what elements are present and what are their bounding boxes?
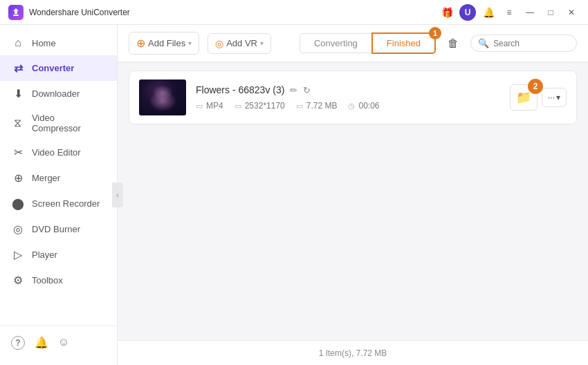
sidebar-item-toolbox[interactable]: ⚙ Toolbox bbox=[0, 268, 117, 293]
dvd-burner-icon: ◎ bbox=[11, 223, 25, 236]
home-icon: ⌂ bbox=[11, 37, 25, 49]
more-icon: ··· bbox=[548, 93, 555, 102]
main-layout: ⌂ Home ⇄ Converter ⬇ Downloader ⧖ Video … bbox=[0, 25, 588, 365]
add-vr-dropdown-icon: ▾ bbox=[260, 39, 264, 47]
file-metadata: ▭ MP4 ▭ 2532*1170 ▭ 7.72 MB ◷ bbox=[196, 101, 500, 111]
sidebar-item-video-editor[interactable]: ✂ Video Editor bbox=[0, 140, 117, 165]
file-list-area: Flowers - 66823v (3) ✏ ↻ ▭ MP4 ▭ 2532*11… bbox=[118, 62, 588, 340]
file-thumbnail-image bbox=[139, 79, 186, 115]
sidebar-item-label: Video Editor bbox=[32, 147, 81, 158]
menu-icon[interactable]: ≡ bbox=[501, 4, 517, 21]
file-duration: ◷ 00:06 bbox=[348, 101, 379, 111]
add-files-icon: ⊕ bbox=[136, 37, 145, 50]
tab-finished[interactable]: Finished bbox=[371, 32, 436, 54]
resolution-icon: ▭ bbox=[235, 102, 241, 111]
sidebar: ⌂ Home ⇄ Converter ⬇ Downloader ⧖ Video … bbox=[0, 25, 118, 365]
folder-btn-wrapper: 📁 2 bbox=[510, 84, 538, 111]
player-icon: ▷ bbox=[11, 248, 25, 261]
sidebar-collapse-button[interactable]: ‹ bbox=[112, 182, 123, 207]
maximize-button[interactable]: □ bbox=[542, 4, 559, 21]
sidebar-item-dvd-burner[interactable]: ◎ DVD Burner bbox=[0, 216, 117, 242]
format-icon: ▭ bbox=[196, 102, 203, 111]
statusbar: 1 Item(s), 7.72 MB bbox=[118, 340, 588, 365]
merger-icon: ⊕ bbox=[11, 171, 25, 185]
file-size-value: 7.72 MB bbox=[306, 101, 338, 111]
file-actions: 📁 2 ··· ▾ bbox=[510, 84, 567, 111]
more-options-button[interactable]: ··· ▾ bbox=[542, 88, 567, 107]
app-logo bbox=[8, 5, 24, 20]
file-info: Flowers - 66823v (3) ✏ ↻ ▭ MP4 ▭ 2532*11… bbox=[196, 84, 500, 111]
sidebar-item-label: Downloader bbox=[32, 88, 80, 99]
file-duration-value: 00:06 bbox=[358, 101, 379, 111]
sidebar-bottom: ? 🔔 ☺ bbox=[0, 326, 117, 359]
sidebar-item-downloader[interactable]: ⬇ Downloader bbox=[0, 81, 117, 106]
close-button[interactable]: ✕ bbox=[563, 4, 580, 21]
gift-icon[interactable]: 🎁 bbox=[439, 4, 455, 21]
toolbar: ⊕ Add Files ▾ ◎ Add VR ▾ Converting Fini… bbox=[118, 25, 588, 62]
add-files-dropdown-icon: ▾ bbox=[188, 39, 192, 47]
titlebar: Wondershare UniConverter 🎁 U 🔔 ≡ — □ ✕ bbox=[0, 0, 588, 25]
finished-tab-wrapper: Finished 1 bbox=[372, 32, 436, 54]
size-icon: ▭ bbox=[296, 102, 303, 111]
sidebar-item-label: Player bbox=[32, 250, 57, 260]
file-name: Flowers - 66823v (3) bbox=[196, 84, 284, 95]
minimize-button[interactable]: — bbox=[522, 4, 538, 21]
clear-button[interactable]: 🗑 bbox=[444, 35, 462, 53]
sidebar-item-label: Video Compressor bbox=[32, 113, 106, 133]
sidebar-item-label: DVD Burner bbox=[32, 224, 80, 234]
add-vr-button[interactable]: ◎ Add VR ▾ bbox=[208, 33, 271, 54]
trash-icon: 🗑 bbox=[448, 37, 459, 50]
sidebar-item-label: Home bbox=[32, 38, 56, 48]
file-resolution-value: 2532*1170 bbox=[245, 101, 285, 111]
status-text: 1 Item(s), 7.72 MB bbox=[319, 348, 387, 358]
sidebar-item-label: Converter bbox=[32, 63, 74, 73]
file-card: Flowers - 66823v (3) ✏ ↻ ▭ MP4 ▭ 2532*11… bbox=[129, 71, 577, 124]
tab-group: Converting Finished 1 bbox=[300, 32, 436, 54]
tab-converting[interactable]: Converting bbox=[300, 33, 372, 53]
folder-badge: 2 bbox=[528, 79, 543, 94]
file-name-row: Flowers - 66823v (3) ✏ ↻ bbox=[196, 84, 500, 95]
notification-icon[interactable]: 🔔 bbox=[480, 4, 497, 21]
more-dropdown-icon: ▾ bbox=[556, 93, 560, 102]
downloader-icon: ⬇ bbox=[11, 87, 25, 100]
sidebar-item-label: Screen Recorder bbox=[32, 198, 100, 209]
file-format-value: MP4 bbox=[206, 101, 223, 111]
duration-icon: ◷ bbox=[348, 102, 355, 111]
file-thumbnail bbox=[139, 79, 186, 115]
add-vr-icon: ◎ bbox=[215, 38, 223, 49]
sidebar-item-screen-recorder[interactable]: ⬤ Screen Recorder bbox=[0, 191, 117, 216]
svg-rect-0 bbox=[13, 15, 19, 16]
notification-bell-icon[interactable]: 🔔 bbox=[35, 336, 48, 350]
feedback-icon[interactable]: ☺ bbox=[58, 336, 69, 350]
refresh-icon[interactable]: ↻ bbox=[303, 85, 311, 95]
sidebar-item-home[interactable]: ⌂ Home bbox=[0, 30, 117, 55]
content-area: ⊕ Add Files ▾ ◎ Add VR ▾ Converting Fini… bbox=[118, 25, 588, 365]
toolbox-icon: ⚙ bbox=[11, 274, 25, 287]
add-files-label: Add Files bbox=[148, 38, 185, 48]
search-bar: 🔍 bbox=[470, 35, 577, 52]
add-vr-label: Add VR bbox=[226, 38, 257, 48]
finished-tab-badge: 1 bbox=[429, 27, 441, 39]
help-icon[interactable]: ? bbox=[11, 336, 25, 350]
screen-recorder-icon: ⬤ bbox=[11, 197, 25, 210]
edit-icon[interactable]: ✏ bbox=[290, 85, 297, 95]
sidebar-item-label: Merger bbox=[32, 173, 60, 183]
add-files-button[interactable]: ⊕ Add Files ▾ bbox=[129, 32, 199, 55]
titlebar-actions: 🎁 U 🔔 ≡ — □ ✕ bbox=[439, 4, 580, 21]
user-account-icon[interactable]: U bbox=[459, 4, 476, 21]
search-input[interactable] bbox=[493, 39, 569, 48]
sidebar-item-converter[interactable]: ⇄ Converter bbox=[0, 55, 117, 81]
converter-icon: ⇄ bbox=[11, 62, 25, 75]
video-editor-icon: ✂ bbox=[11, 146, 25, 159]
sidebar-item-video-compressor[interactable]: ⧖ Video Compressor bbox=[0, 106, 117, 140]
file-resolution: ▭ 2532*1170 bbox=[235, 101, 285, 111]
sidebar-item-merger[interactable]: ⊕ Merger bbox=[0, 165, 117, 191]
folder-icon: 📁 bbox=[516, 90, 531, 105]
search-icon: 🔍 bbox=[478, 38, 489, 48]
app-title: Wondershare UniConverter bbox=[29, 8, 439, 17]
file-size: ▭ 7.72 MB bbox=[296, 101, 338, 111]
sidebar-item-player[interactable]: ▷ Player bbox=[0, 242, 117, 268]
file-format: ▭ MP4 bbox=[196, 101, 223, 111]
video-compressor-icon: ⧖ bbox=[11, 117, 25, 129]
sidebar-item-label: Toolbox bbox=[32, 275, 63, 286]
